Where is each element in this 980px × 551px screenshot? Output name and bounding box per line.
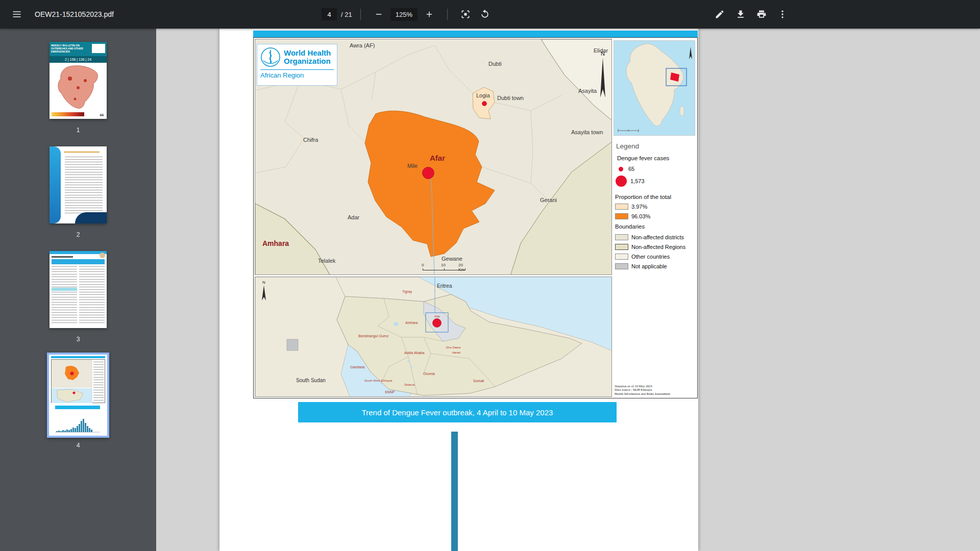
map-label: Gerani — [540, 197, 557, 203]
scale-label: 10 — [441, 263, 446, 267]
map-label: Asayita — [578, 88, 597, 94]
region-label: Dire Dawa — [446, 346, 460, 349]
thumbnail-page-2[interactable] — [50, 146, 107, 223]
thumbnail-page-3[interactable] — [50, 251, 107, 328]
annotate-button[interactable] — [710, 5, 729, 24]
case-dot-small — [619, 167, 623, 171]
zoom-level[interactable]: 125% — [390, 8, 418, 21]
print-button[interactable] — [752, 5, 771, 24]
region-label: Sidama — [404, 383, 414, 386]
map-label: Telalek — [318, 258, 335, 264]
who-divider — [260, 69, 334, 70]
legend-label: Not applicable — [631, 263, 667, 269]
case-dot-large — [616, 176, 627, 187]
print-icon — [756, 9, 767, 19]
thumb3-table-header — [52, 259, 105, 264]
pencil-icon — [715, 9, 725, 19]
thumb1-stats: 2 | 158 | 136 | 24 — [50, 56, 107, 63]
legend-swatch — [615, 263, 628, 269]
download-icon — [736, 9, 746, 19]
region-label: Addis Ababa — [404, 351, 424, 355]
thumb2-gold-rule — [64, 152, 100, 153]
menu-button[interactable] — [7, 5, 27, 24]
who-emblem-icon — [260, 47, 281, 67]
map-figure: World Health Organization African Region… — [253, 37, 698, 398]
thumb4-bar-chart — [53, 412, 102, 433]
map-label: Dubti town — [497, 95, 524, 101]
thumb3-top-band — [50, 251, 107, 254]
region-label: Tigray — [402, 290, 412, 293]
thumb4-banner — [55, 406, 100, 409]
who-region-label: African Region — [260, 71, 334, 79]
svg-text:N: N — [262, 280, 265, 285]
map-label: Gewane — [442, 256, 462, 262]
thumb1-color-scale — [52, 112, 84, 116]
map-label: Dubti — [488, 61, 502, 67]
case-large-value: 1,573 — [630, 178, 645, 184]
legend-swatch — [615, 234, 628, 240]
region-label: Harari — [452, 351, 460, 354]
fit-page-icon — [460, 9, 471, 19]
pdf-content-area: World Health Organization African Region… — [156, 29, 980, 551]
svg-text:N: N — [601, 51, 605, 57]
document-title: OEW21-1521052023.pdf — [35, 10, 114, 18]
map-scale-bar: 0 10 20 Km — [422, 263, 469, 274]
legend-title: Legend — [616, 142, 639, 150]
more-options-button[interactable] — [773, 5, 792, 24]
thumb4-cyan-strip — [51, 356, 105, 358]
thumbnail-sidebar: WEEKLY BULLETIN ON OUTBREAKS AND OTHER E… — [0, 29, 156, 551]
scale-label: 20 Km — [458, 263, 469, 272]
region-label: Gambela — [350, 365, 364, 369]
legend-panel: Legend Dengue fever cases 65 1,573 Propo… — [613, 39, 696, 397]
map-label: Asayita town — [571, 129, 603, 135]
north-arrow-icon: N — [598, 49, 607, 103]
region-label: SNNP — [385, 390, 395, 394]
country-label: Eritrea — [437, 283, 452, 289]
thumbnail-page-1[interactable]: WEEKLY BULLETIN ON OUTBREAKS AND OTHER E… — [50, 42, 107, 119]
north-arrow-icon: N — [260, 279, 267, 303]
page-number-input[interactable] — [322, 8, 337, 20]
zoom-in-button[interactable] — [420, 5, 439, 24]
kebab-icon — [777, 9, 788, 19]
region-label: Oromia — [423, 372, 435, 375]
menu-icon — [12, 9, 22, 19]
download-button[interactable] — [731, 5, 750, 24]
legend-swatch — [615, 254, 628, 260]
trend-banner: Trend of Dengue Fever outbreak, 4 April … — [298, 402, 617, 422]
region-label-amhara: Amhara — [262, 239, 289, 247]
zoom-out-button[interactable] — [369, 5, 388, 24]
thumb1-badge: 44 — [100, 113, 104, 117]
toolbar-divider — [447, 9, 448, 20]
rotate-button[interactable] — [475, 5, 495, 24]
thumb1-title: WEEKLY BULLETIN ON OUTBREAKS AND OTHER E… — [51, 44, 88, 53]
legend-proportion-title: Proportion of the total — [615, 194, 671, 200]
thumbnail-page-4-selected[interactable] — [47, 353, 109, 438]
trend-banner-text: Trend of Dengue Fever outbreak, 4 April … — [362, 408, 553, 417]
country-label: South Sudan — [296, 378, 326, 383]
legend-label: Other countries — [631, 254, 670, 260]
pdf-page: World Health Organization African Region… — [219, 29, 698, 551]
toolbar-divider — [360, 9, 361, 20]
page-header-strip — [253, 31, 698, 37]
fit-page-button[interactable] — [456, 5, 475, 24]
thumb3-text-column — [79, 266, 105, 324]
africa-inset-map — [614, 40, 695, 136]
pdf-toolbar: OEW21-1521052023.pdf / 21 125% — [0, 0, 980, 29]
legend-cases-title: Dengue fever cases — [617, 155, 669, 161]
map-label: Mile — [407, 163, 418, 169]
plus-icon — [425, 10, 434, 19]
region-label: Benishangul Gumz — [358, 334, 388, 338]
thumb3-text-column — [52, 266, 77, 324]
afar-district-map: World Health Organization African Region… — [255, 39, 612, 275]
page-count-label: / 21 — [341, 11, 352, 18]
page-number-label: 4 — [0, 442, 156, 449]
who-name-line2: Organization — [284, 57, 331, 65]
legend-label: Non-affected districts — [631, 234, 684, 240]
page-number-label: 2 — [0, 231, 156, 238]
legend-swatch — [615, 213, 628, 219]
legend-boundaries-title: Boundaries — [615, 223, 645, 230]
ethiopia-country-map: N Eritrea Tigray Amhara Afar Benishangul… — [255, 277, 612, 397]
thumb1-logo — [92, 44, 105, 53]
rotate-ccw-icon — [480, 9, 490, 19]
trend-chart-bar — [451, 432, 458, 551]
